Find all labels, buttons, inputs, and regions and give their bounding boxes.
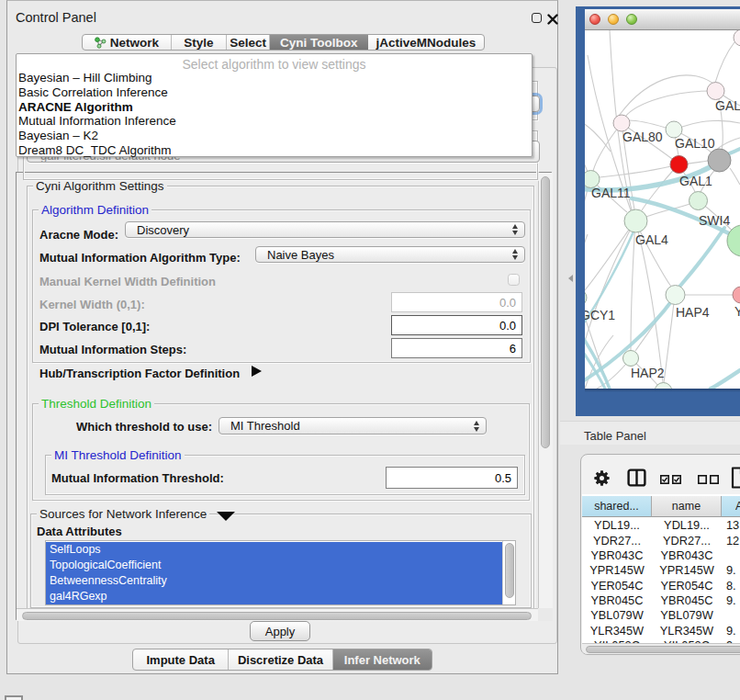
node-pink-top[interactable] [707,83,724,100]
network-edge[interactable] [585,234,588,289]
tab-select[interactable]: Select [227,35,270,50]
network-edge[interactable] [600,164,678,177]
node-gray[interactable] [708,149,731,172]
scrollbar-thumb[interactable] [22,612,532,620]
node-big-green[interactable] [727,225,740,256]
attribute-item[interactable]: TopologicalCoefficient [46,558,502,573]
apply-button[interactable]: Apply [250,621,310,641]
table-cell[interactable]: YBR045C [582,593,652,607]
close-traffic-light-icon[interactable] [589,14,600,25]
tab-style[interactable]: Style [172,35,228,50]
settings-horizontal-scrollbar[interactable] [17,608,538,621]
unchecked-checkboxes-icon[interactable] [698,471,720,488]
bottom-tab-impute-data[interactable]: Impute Data [133,649,229,670]
table-cell[interactable]: YBR045C [652,593,722,607]
table-cell[interactable]: YDR27... [582,534,652,548]
table-cell[interactable]: YBR043C [582,548,652,562]
table-cell[interactable]: YPR145W [652,563,722,577]
table-cell[interactable]: YLR345W [582,624,652,638]
column-header[interactable]: shared... [582,496,652,517]
checked-checkboxes-icon[interactable] [660,471,682,488]
node-pink-right[interactable] [733,287,740,303]
document-icon[interactable] [731,467,740,492]
network-edge[interactable] [585,220,635,358]
list-scrollbar[interactable] [502,541,516,605]
control-panel-window: Control Panel NetworkStyleSelectCyni Too… [6,0,558,674]
table-cell[interactable]: YDR27... [652,534,722,548]
close-icon[interactable] [547,12,558,23]
mi-threshold-input[interactable]: 0.5 [386,467,518,489]
attribute-item[interactable]: BetweennessCentrality [46,573,502,589]
attribute-item[interactable]: SelfLoops [46,542,502,558]
node-hap4[interactable] [666,286,685,305]
algorithm-option[interactable]: Basic Correlation Inference [17,85,532,100]
algorithm-option[interactable]: Mutual Information Inference [17,114,532,129]
split-columns-icon[interactable] [627,469,646,491]
hub-expand-arrow-icon[interactable] [252,366,262,377]
network-edge[interactable] [682,120,740,127]
table-cell[interactable]: YPR145W [582,563,652,577]
table-cell[interactable]: YBR043C [652,548,722,562]
gear-icon[interactable] [594,470,610,490]
panel-state-icon[interactable] [5,695,23,700]
network-edge-highlighted[interactable] [676,228,724,291]
node-gal4[interactable] [624,209,647,232]
network-edge-highlighted[interactable] [711,370,740,389]
network-edge[interactable] [715,42,734,83]
algorithm-option[interactable]: Dream8 DC_TDC Algorithm [17,143,532,158]
table-cell[interactable]: YBL079W [582,608,652,622]
aracne-mode-combo[interactable]: Discovery [125,221,525,238]
algorithm-option[interactable]: Bayesian – K2 [17,129,532,143]
scrollbar-thumb[interactable] [586,646,740,653]
mi-type-combo[interactable]: Naive Bayes [255,246,525,263]
network-window-titlebar[interactable] [585,9,740,30]
scrollbar-thumb[interactable] [541,176,550,448]
table-cell[interactable]: 8. [726,579,740,593]
node-hap2[interactable] [623,351,639,367]
bottom-tab-infer-network[interactable]: Infer Network [333,649,432,670]
table-horizontal-scrollbar[interactable] [582,643,740,654]
tab-jactivemnodules[interactable]: jActiveMNodules [368,35,484,50]
tab-cyni-toolbox[interactable]: Cyni Toolbox [270,35,368,50]
table-cell[interactable]: 9. [726,593,740,607]
table-cell[interactable]: 9. [726,624,740,638]
kernel-width-input[interactable]: 0.0 [391,292,522,312]
float-window-icon[interactable] [532,13,542,23]
zoom-traffic-light-icon[interactable] [626,14,637,25]
network-edge[interactable] [585,138,588,172]
table-cell[interactable]: YER054C [652,579,722,593]
node-gcy1[interactable] [585,289,587,306]
minimize-traffic-light-icon[interactable] [608,14,619,25]
table-cell[interactable]: YDL19... [582,518,652,532]
manual-kernel-checkbox[interactable] [508,274,520,286]
mi-steps-input[interactable]: 6 [391,338,522,358]
bottom-tab-discretize-data[interactable]: Discretize Data [229,649,332,670]
node-swi4[interactable] [690,192,708,210]
table-cell[interactable]: 9. [726,563,740,577]
aracne-mode-label: Aracne Mode: [39,228,118,242]
settings-vertical-scrollbar[interactable] [538,173,553,608]
algorithm-option[interactable]: ARACNE Algorithm [17,100,532,115]
table-cell[interactable]: 12 [726,534,740,548]
column-header[interactable]: A [722,496,740,517]
network-canvas[interactable]: GALGAL80GAL10GAL1GAL11SWI4GAL4HAP4YGCY1H… [585,30,740,389]
table-cell[interactable]: YBL079W [652,608,722,622]
splitter-collapse-icon[interactable] [568,275,573,282]
table-cell[interactable]: 13 [726,518,740,532]
column-header[interactable]: name [652,496,722,517]
tab-network[interactable]: Network [83,35,172,50]
node-partial-top[interactable] [734,30,740,46]
table-cell[interactable]: YLR345W [652,624,722,638]
data-attributes-list[interactable]: SelfLoopsTopologicalCoefficientBetweenne… [45,540,516,605]
dpi-tolerance-input[interactable]: 0.0 [391,315,522,335]
which-threshold-combo[interactable]: MI Threshold [219,417,487,435]
algorithm-option[interactable]: Bayesian – Hill Climbing [17,71,532,85]
scrollbar-thumb[interactable] [505,543,514,598]
node-red[interactable] [670,156,688,174]
table-cell[interactable]: YDL19... [652,518,722,532]
network-edge[interactable] [730,168,740,185]
network-edge[interactable] [629,120,666,128]
attribute-item[interactable]: gal4RGexp [46,589,502,604]
table-cell[interactable]: YER054C [582,579,652,593]
sources-collapse-arrow-icon[interactable] [217,512,235,521]
